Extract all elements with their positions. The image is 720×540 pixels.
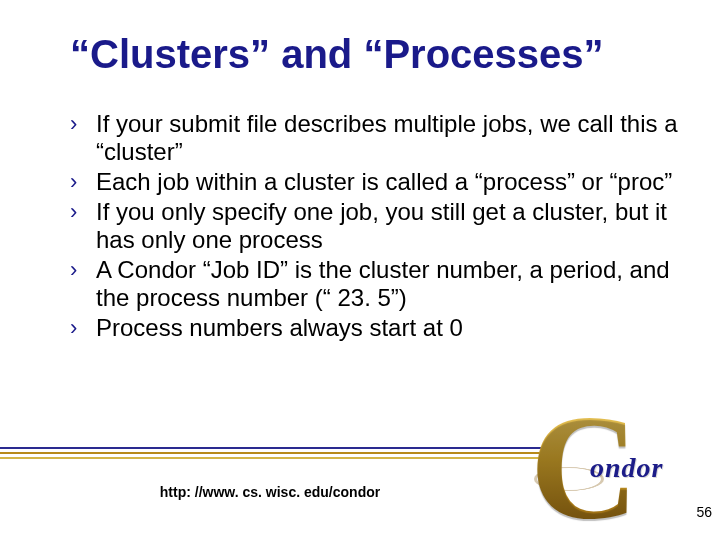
bullet-marker-icon: › — [70, 314, 96, 342]
divider-line — [0, 447, 550, 449]
logo-word: ondor — [590, 452, 663, 484]
divider-line — [0, 452, 550, 454]
slide-body: › If your submit file describes multiple… — [70, 110, 680, 344]
bullet-text: Process numbers always start at 0 — [96, 314, 680, 342]
list-item: › Process numbers always start at 0 — [70, 314, 680, 342]
list-item: › If your submit file describes multiple… — [70, 110, 680, 166]
bullet-text: Each job within a cluster is called a “p… — [96, 168, 680, 196]
list-item: › Each job within a cluster is called a … — [70, 168, 680, 196]
divider-line — [0, 457, 550, 459]
slide-title: “Clusters” and “Processes” — [70, 32, 680, 76]
list-item: › A Condor “Job ID” is the cluster numbe… — [70, 256, 680, 312]
bullet-marker-icon: › — [70, 198, 96, 226]
bullet-text: A Condor “Job ID” is the cluster number,… — [96, 256, 680, 312]
footer-url: http: //www. cs. wisc. edu/condor — [0, 484, 540, 500]
divider-lines — [0, 447, 550, 462]
bullet-marker-icon: › — [70, 168, 96, 196]
bullet-text: If your submit file describes multiple j… — [96, 110, 680, 166]
bullet-text: If you only specify one job, you still g… — [96, 198, 680, 254]
bullet-marker-icon: › — [70, 110, 96, 138]
list-item: › If you only specify one job, you still… — [70, 198, 680, 254]
slide: “Clusters” and “Processes” › If your sub… — [0, 0, 720, 540]
bullet-marker-icon: › — [70, 256, 96, 284]
page-number: 56 — [696, 504, 712, 520]
condor-logo: C ondor — [540, 404, 690, 524]
